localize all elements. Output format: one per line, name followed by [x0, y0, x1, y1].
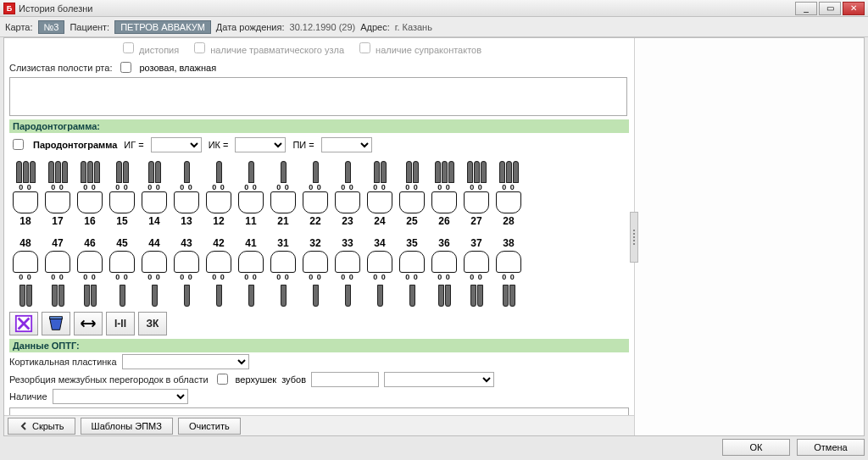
tooth-46[interactable]: 460 0: [75, 236, 104, 307]
ik-select[interactable]: [235, 137, 286, 152]
tooth-score: 0 0: [83, 273, 97, 281]
scroll-area[interactable]: дистопия наличие травматического узла на…: [4, 38, 634, 435]
tooth-21[interactable]: 0 021: [269, 158, 298, 227]
tooth-23[interactable]: 0 023: [333, 158, 362, 227]
tooth-37[interactable]: 370 0: [462, 236, 491, 307]
cancel-button[interactable]: Отмена: [797, 439, 865, 456]
tooth-crown: [142, 251, 167, 273]
zub-select[interactable]: [384, 372, 494, 387]
tooth-22[interactable]: 0 022: [301, 158, 330, 227]
pi-select[interactable]: [321, 137, 372, 152]
splitter-handle[interactable]: [630, 212, 638, 263]
tooth-crown: [142, 191, 167, 213]
tooth-score: 0 0: [405, 183, 419, 191]
tooth-number: 38: [503, 237, 514, 249]
ig-select[interactable]: [151, 137, 202, 152]
karta-value[interactable]: №3: [38, 20, 65, 34]
tooth-42[interactable]: 420 0: [204, 236, 233, 307]
maximize-button[interactable]: ▭: [819, 2, 841, 15]
tooth-17[interactable]: 0 017: [43, 158, 72, 227]
tooth-root: [238, 281, 264, 307]
minimize-button[interactable]: _: [795, 2, 817, 15]
tooth-45[interactable]: 450 0: [108, 236, 136, 307]
tooth-43[interactable]: 430 0: [172, 236, 201, 307]
tooth-number: 17: [52, 215, 63, 227]
tooth-26[interactable]: 0 026: [430, 158, 459, 227]
tooth-14[interactable]: 0 014: [140, 158, 169, 227]
zub-label: зубов: [281, 374, 306, 385]
clear-button[interactable]: Очистить: [178, 418, 241, 435]
tooth-34[interactable]: 340 0: [365, 236, 394, 307]
tool-bucket-button[interactable]: [42, 312, 70, 335]
tooth-number: 33: [342, 237, 353, 249]
address-label: Адрес:: [360, 22, 390, 32]
kortik-select[interactable]: [122, 354, 249, 369]
tool-zk-button[interactable]: ЗК: [138, 312, 167, 335]
tooth-41[interactable]: 410 0: [236, 236, 265, 307]
chevron-left-icon: [19, 421, 29, 431]
tooth-48[interactable]: 480 0: [11, 236, 40, 307]
dimmed-occlusion-row: дистопия наличие травматического узла на…: [9, 40, 629, 58]
ok-button[interactable]: ОК: [722, 439, 790, 456]
tooth-number: 24: [374, 215, 385, 227]
tooth-score: 0 0: [373, 183, 387, 191]
close-button[interactable]: ✕: [843, 2, 865, 15]
tooth-13[interactable]: 0 013: [172, 158, 201, 227]
tooth-15[interactable]: 0 015: [108, 158, 136, 227]
supracontacts-checkbox[interactable]: [359, 42, 370, 53]
tooth-crown: [496, 191, 521, 213]
tooth-11[interactable]: 0 011: [236, 158, 265, 227]
address-value: г. Казань: [395, 22, 432, 32]
patient-value[interactable]: ПЕТРОВ АВВАКУМ: [114, 20, 211, 34]
tooth-47[interactable]: 470 0: [43, 236, 72, 307]
hide-button-label: Скрыть: [32, 421, 64, 431]
tooth-crown: [270, 251, 296, 273]
tooth-16[interactable]: 0 016: [75, 158, 104, 227]
tooth-28[interactable]: 0 028: [494, 158, 523, 227]
mucosa-textarea[interactable]: [9, 77, 627, 116]
mucosa-value: розовая, влажная: [139, 63, 216, 73]
tooth-crown: [206, 191, 231, 213]
tooth-root: [77, 281, 103, 307]
tool-x-button[interactable]: [9, 312, 38, 335]
tooth-root: [303, 281, 328, 307]
tooth-score: 0 0: [309, 273, 322, 281]
verh-checkbox[interactable]: [217, 374, 228, 385]
tooth-27[interactable]: 0 027: [462, 158, 491, 227]
pi-label: ПИ =: [292, 140, 314, 150]
parodont-section-header: Пародонтограмма:: [9, 119, 629, 133]
tooth-12[interactable]: 0 012: [204, 158, 233, 227]
tooth-score: 0 0: [212, 183, 225, 191]
tooth-score: 0 0: [180, 273, 193, 281]
tooth-25[interactable]: 0 025: [398, 158, 426, 227]
tooth-score: 0 0: [19, 273, 32, 281]
templates-button[interactable]: Шаблоны ЭПМЗ: [81, 418, 173, 435]
tooth-38[interactable]: 380 0: [494, 236, 523, 307]
zub-input[interactable]: [311, 372, 379, 387]
parodont-title: Пародонтограмма: [33, 140, 117, 150]
tooth-number: 36: [438, 237, 449, 249]
tooth-18[interactable]: 0 018: [11, 158, 40, 227]
tooth-33[interactable]: 330 0: [333, 236, 362, 307]
mucosa-checkbox[interactable]: [120, 62, 131, 73]
tooth-score: 0 0: [115, 183, 129, 191]
tooth-35[interactable]: 350 0: [398, 236, 426, 307]
tooth-number: 11: [245, 215, 256, 227]
tooth-root: [13, 281, 38, 307]
tooth-crown: [238, 251, 264, 273]
tooth-36[interactable]: 360 0: [430, 236, 459, 307]
tooth-24[interactable]: 0 024: [365, 158, 394, 227]
tool-arrows-button[interactable]: [74, 312, 103, 335]
dystopia-checkbox[interactable]: [123, 42, 134, 53]
hide-button[interactable]: Скрыть: [8, 418, 75, 435]
nalich-select[interactable]: [53, 389, 188, 404]
parodont-enable-checkbox[interactable]: [13, 139, 24, 150]
tooth-31[interactable]: 310 0: [269, 236, 298, 307]
tooth-44[interactable]: 440 0: [140, 236, 169, 307]
tooth-root: [367, 281, 392, 307]
tooth-root: [238, 158, 264, 183]
tooth-number: 32: [309, 237, 320, 249]
trauma-node-checkbox[interactable]: [194, 42, 205, 53]
tool-swap-button[interactable]: I-II: [106, 312, 135, 335]
tooth-32[interactable]: 320 0: [301, 236, 330, 307]
